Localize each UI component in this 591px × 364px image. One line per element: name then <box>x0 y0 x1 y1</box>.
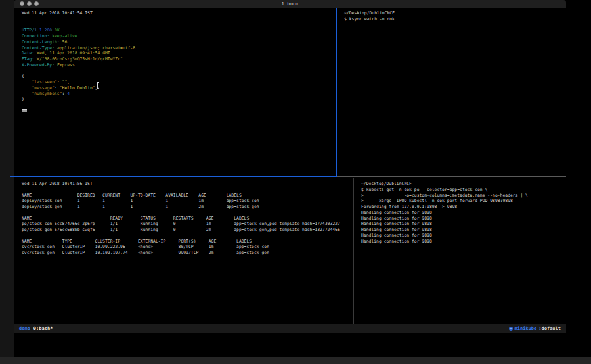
terminal-line: > -o=custom-columns=:metadata.name --no-… <box>361 193 566 199</box>
terminal-line: Handling connection for 9898 <box>361 239 566 245</box>
terminal-line: Wed 11 Apr 2018 10:41:56 IST <box>22 181 353 187</box>
status-right: minikube :default <box>509 326 561 331</box>
terminal-line: Handling connection for 9898 <box>361 216 566 222</box>
terminal-line: ~/Desktop/DublinCNCF <box>361 181 566 187</box>
terminal-line: NAME TYPE CLUSTER-IP EXTERNAL-IP PORT(S)… <box>22 239 353 245</box>
terminal-line <box>22 233 353 239</box>
terminal-line: $ ksync watch -n dok <box>344 16 566 22</box>
helm-wheel-icon <box>509 327 513 331</box>
terminal-line: > xargs -IPOD kubectl -n dok port-forwar… <box>361 198 566 204</box>
terminal-line: Handling connection for 9898 <box>361 233 566 239</box>
terminal-line: Connection: keep-alive <box>22 33 339 39</box>
pane-border-horizontal[interactable] <box>337 176 566 177</box>
terminal-block-cursor <box>22 109 27 112</box>
terminal-line: Forwarding from 127.0.0.1:9898 -> 9898 <box>361 204 566 210</box>
window-title: 1. tmux <box>14 0 566 8</box>
mouse-ibeam-cursor <box>96 82 99 89</box>
terminal-line: Content-Length: 56 <box>22 39 339 45</box>
kube-namespace: :default <box>538 326 561 331</box>
pane-border-vertical-active[interactable] <box>336 8 337 176</box>
terminal-line <box>22 16 339 22</box>
terminal-line: } <box>22 96 339 102</box>
tmux-session: Wed 11 Apr 2018 10:41:54 IST HTTP/1.1 20… <box>14 8 566 324</box>
kube-context: minikube <box>515 326 537 331</box>
terminal-line: X-Powered-By: Express <box>22 62 339 68</box>
terminal-line: "lastseen": "", <box>22 79 339 85</box>
terminal-line: po/stock-con-5cc874766c-2p6rp 1/1 Runnin… <box>22 221 353 227</box>
terminal-line: NAME DESIRED CURRENT UP-TO-DATE AVAILABL… <box>22 193 353 199</box>
terminal-line: $ kubectl get -n dok po --selector=app=s… <box>361 187 566 193</box>
desktop-background-bottom <box>0 357 591 364</box>
terminal-line: po/stock-gen-576cc688bb-swqf6 1/1 Runnin… <box>22 227 353 233</box>
terminal-line: "numsymbols": 4 <box>22 91 339 97</box>
terminal-line: svc/stock-con ClusterIP 10.99.222.96 <no… <box>22 244 353 250</box>
tmux-status-bar: demo 0:bash* minikube :default <box>14 324 566 333</box>
pane-border-vertical[interactable] <box>353 178 354 324</box>
terminal-line <box>22 68 339 74</box>
terminal-line: Wed 11 Apr 2018 10:41:54 IST <box>22 10 339 16</box>
terminal-line: deploy/stock-con 1 1 1 1 1m app=stock-co… <box>22 198 353 204</box>
pane-port-forward[interactable]: ~/Desktop/DublinCNCF$ kubectl get -n dok… <box>359 178 566 324</box>
window-tab-label[interactable]: 0:bash* <box>33 326 53 331</box>
close-button[interactable] <box>20 1 24 6</box>
minimize-button[interactable] <box>27 1 32 6</box>
pane-ksync-watch[interactable]: ~/Desktop/DublinCNCF$ ksync watch -n dok <box>343 8 566 174</box>
terminal-line: ~/Desktop/DublinCNCF <box>344 10 566 16</box>
terminal-line <box>22 187 353 193</box>
terminal-line: Handling connection for 9898 <box>361 221 566 227</box>
terminal-line: Handling connection for 9898 <box>361 227 566 233</box>
terminal-line: "message": "Hello Dublin", <box>22 85 339 91</box>
terminal-line: { <box>22 73 339 79</box>
terminal-line: ETag: W/"38-05coCsrg3mQ75sHr1d/qcMTwYZc" <box>22 56 339 62</box>
pane-http-response[interactable]: Wed 11 Apr 2018 10:41:54 IST HTTP/1.1 20… <box>19 8 339 174</box>
terminal-line <box>22 22 339 28</box>
terminal-line: HTTP/1.1 200 OK <box>22 28 339 33</box>
terminal-line: deploy/stock-gen 1 1 1 1 2m app=stock-ge… <box>22 204 353 210</box>
window-titlebar[interactable]: 1. tmux <box>14 0 566 8</box>
terminal-window: 1. tmux Wed 11 Apr 2018 10:41:54 IST HTT… <box>14 0 566 333</box>
traffic-lights <box>20 1 39 6</box>
terminal-line: svc/stock-gen ClusterIP 10.109.197.74 <n… <box>22 250 353 256</box>
terminal-line: Date: Wed, 11 Apr 2018 09:41:54 GMT <box>22 51 339 56</box>
zoom-button[interactable] <box>34 1 39 6</box>
status-left: demo 0:bash* <box>19 326 53 331</box>
desktop-background-left <box>0 0 14 357</box>
terminal-line: Handling connection for 9898 <box>361 210 566 216</box>
terminal-line: NAME READY STATUS RESTARTS AGE LABELS <box>22 216 353 222</box>
terminal-line <box>22 210 353 216</box>
pane-border-horizontal-active[interactable] <box>10 176 337 177</box>
pane-kubectl-resources[interactable]: Wed 11 Apr 2018 10:41:56 IST NAME DESIRE… <box>19 178 353 324</box>
terminal-line: Content-Type: application/json; charset=… <box>22 45 339 51</box>
session-name: demo <box>19 326 30 331</box>
